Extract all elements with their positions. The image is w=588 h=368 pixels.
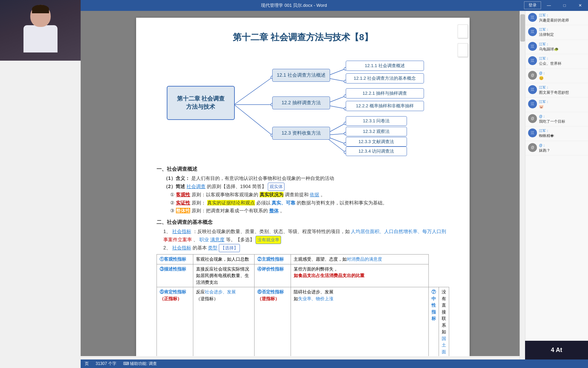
avatar: 江 [528, 85, 537, 94]
subsection-1231: 12.3.1 问卷法 [346, 116, 407, 126]
item2-tag: 观实体 [268, 183, 284, 191]
page-count: 页 [85, 361, 89, 367]
cell-label: ②主观性指标 [254, 255, 291, 264]
cell-label: ⑤肯定性指标（正指标） [157, 287, 193, 356]
page-thumbnail-1 [458, 25, 468, 38]
sub1-hl2: 真实状况为 [260, 192, 283, 197]
table-row: ⑤肯定性指标（正指标） 反应社会进步、发展（逆指标） ⑥否定性指标（逆指标） 阻… [157, 287, 449, 356]
sub2-text3: 的数据与资料支持，以资料和事实为基础。 [297, 200, 387, 205]
chat-text: 江军： 蜘蛛精🕷 [539, 128, 585, 138]
sub1-text1: 原则：以客观事物和客观现象的 [192, 192, 258, 197]
page-thumbnail-2 [458, 43, 468, 57]
chat-text: @： 😊 [539, 71, 585, 81]
item2-social-survey: 社会调查 [186, 184, 206, 189]
section-heading-2: 二、社会调查的基本概念 [157, 219, 449, 226]
cell-value: 直接反应社会现实实际情况如居民拥有电视机数量、生活消费支出 [193, 264, 255, 287]
si-text3: 等。【多选】 [226, 237, 255, 242]
cell-value: 没有直接联系如国土面积 [439, 287, 449, 356]
document-title: 现代管理学 001 贝尔.docx - Word [261, 2, 327, 9]
subsection-1234: 12.3.4 访问调查法 [346, 147, 407, 156]
bt-hl: 类型 [208, 245, 217, 250]
chat-message-3: 江 江军： 乌龟踢球🐢 [525, 40, 588, 54]
cell-label: ④评价性指标 [254, 264, 291, 287]
avatar: @ [528, 71, 537, 80]
item2-text-mid: 的原则【选择、1904 简答】 [207, 184, 266, 189]
avatar: @ [528, 114, 537, 123]
sub1-end: 。 [321, 192, 325, 197]
chat-sidebar: 江 江军： 兴趣是最好的老师 江 江军： 法律制定 江 江军： 乌龟踢球🐢 江 … [525, 11, 588, 359]
chat-text: 江军： 🐷 [539, 99, 585, 109]
bottom-right-panel: 4 At [525, 341, 588, 359]
subsection-1233: 12.3.3 文献调查法 [346, 137, 407, 147]
close-button[interactable]: ✕ [572, 0, 588, 11]
avatar: 江 [528, 56, 537, 65]
item2-sub1: ① 客观性 原则：以客观事物和客观现象的 真实状况为 调查前提和 依据 。 [170, 191, 449, 199]
chat-message-6: 江 江军： 图文展于奇思妙想 [525, 83, 588, 97]
chat-text: @： 妹跑？ [539, 143, 585, 153]
chat-message-9: 江 江军： 蜘蛛精🕷 [525, 126, 588, 141]
item1-label: （1）含义： [163, 175, 190, 181]
section-box-122: 12.2 抽样调查方法 [272, 96, 330, 109]
si-term: 社会指标 [172, 229, 191, 234]
document-area: 第十二章 社会调查方法与技术【8】 [81, 11, 525, 356]
chat-text: 江军： 兴趣是最好的老师 [539, 13, 585, 23]
bt-mid: 的基本 [193, 245, 207, 250]
sub2-text2: 必须以 [256, 200, 271, 205]
item1-text: 是人们有目的，有意识地认识社会事物和社会现象的一种自觉的活动 [191, 175, 334, 181]
subsection-1212: 12.1.2 社会调查方法的基本概念 [346, 73, 424, 83]
maximize-button[interactable]: □ [557, 0, 572, 11]
sub3-pre: ③ [170, 208, 175, 213]
avatar: @ [528, 143, 537, 152]
social-indicator-line2: 事案件立案率 、 职业 满意度 等。【多选】 没有就业率 [163, 236, 449, 244]
document-page: 第十二章 社会调查方法与技术【8】 [136, 18, 470, 356]
svg-line-0 [234, 77, 272, 105]
cell-value: 阻碍社会进步、发展如失业率、物价上涨 [291, 287, 429, 356]
indicators-table: ①客观性指标 客观社会现象，如人口总数 ②主观性指标 主观感受、愿望、态度，如对… [157, 254, 449, 356]
chat-message-8: @ @： 我吃了一个目标 [525, 112, 588, 126]
cell-value: 反应社会进步、发展（逆指标） [193, 287, 255, 356]
section-box-123: 12.3 资料收集方法 [272, 127, 330, 140]
scrollbar[interactable] [520, 11, 525, 359]
sub2-hl: 真实的证据结论和观点 [207, 200, 255, 205]
person-body [23, 25, 58, 52]
social-indicator-line: 1、 社会指标 ：反映社会现象的数量、质量、类别、状态、等级、程度等特性的项目，… [163, 228, 449, 236]
subsection-1211: 12.1.1 社会调查概述 [346, 61, 424, 71]
cell-label: ①客观性指标 [157, 255, 193, 264]
person-silhouette [20, 5, 61, 56]
status-bar: 页 31307 个字 ⌨ 辅助功能: 调查 [81, 359, 588, 368]
chat-text: 江军： 图文展于奇思妙想 [539, 85, 585, 95]
item2-line: （2）简述 社会调查 的原则【选择、1904 简答】 观实体 [163, 183, 449, 191]
input-mode: ⌨ 辅助功能: 调查 [123, 361, 157, 367]
chat-message-7: 江 江军： 🐷 [525, 97, 588, 112]
login-button[interactable]: 登录 [524, 1, 541, 9]
cell-label: ⑥否定性指标（逆指标） [254, 287, 291, 356]
sub1-text2: 调查前提和 [285, 192, 309, 197]
scroll-thumb[interactable] [520, 14, 525, 42]
si-text2: 、 [193, 237, 198, 242]
chat-text: 江军： 公众、世界杯 [539, 56, 585, 66]
sub3-text: 原则：把调查对象看成一个有联系的 [192, 208, 268, 213]
bottom-right-text: 4 At [551, 347, 562, 354]
svg-line-2 [234, 105, 272, 135]
avatar: 江 [528, 99, 537, 108]
item2-sub2: ② 实证性 原则： 真实的证据结论和观点 必须以 真实、可靠 的数据与资料支持，… [170, 199, 449, 207]
section-overview: 一、社会调查概述 （1）含义： 是人们有目的，有意识地认识社会事物和社会现象的一… [157, 166, 449, 215]
webcam-person [0, 0, 81, 61]
person-hair [32, 5, 49, 13]
si-hl: 人均居住面积、人口自然增长率、每万人口刑 [351, 229, 446, 234]
minimize-button[interactable]: — [541, 0, 557, 11]
person-head [30, 5, 51, 27]
chat-message-4: 江 江军： 公众、世界杯 [525, 54, 588, 68]
chapter-title: 第十二章 社会调查方法与技术【8】 [157, 31, 449, 43]
si-label: 1、 [163, 229, 171, 234]
chat-message-10: @ @： 妹跑？ [525, 141, 588, 155]
chat-text: 江军： 法律制定 [539, 27, 585, 37]
subsection-1221: 12.2.1 抽样与抽样调查 [346, 88, 424, 98]
avatar: 江 [528, 13, 537, 22]
chat-text: @： 我吃了一个目标 [539, 114, 585, 124]
sub2-pre: ② [170, 200, 175, 205]
cell-value: 客观社会现象，如人口总数 [193, 255, 255, 264]
si-hl2: 事案件立案率 [163, 237, 192, 242]
sub2-empirical: 实证性 [176, 200, 190, 205]
sub2-hl2: 真实、可靠 [272, 200, 295, 205]
